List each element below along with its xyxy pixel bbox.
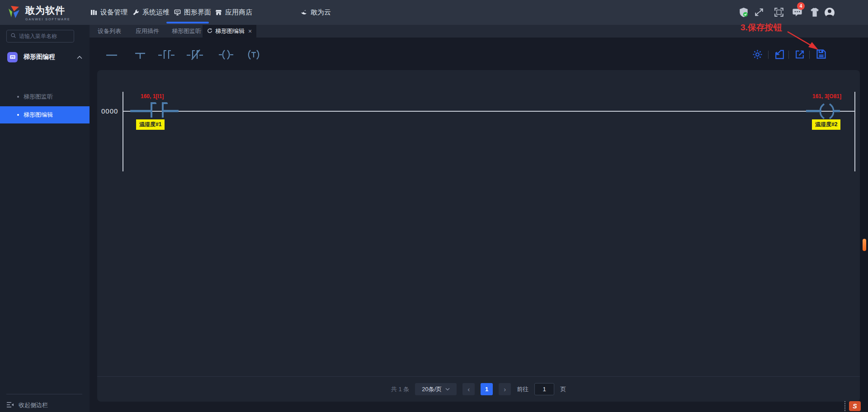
search-icon	[10, 32, 16, 40]
page-size-select[interactable]: 20条/页	[415, 383, 457, 395]
security-shield-icon[interactable]	[738, 7, 749, 18]
theme-shirt-icon[interactable]	[809, 7, 820, 18]
refresh-icon[interactable]	[207, 28, 212, 35]
sidebar-divider	[6, 394, 82, 394]
goto-page-input[interactable]	[534, 383, 554, 395]
coil-address-label: 161, 3[O81]	[812, 93, 841, 99]
scrollbar-thumb[interactable]	[863, 239, 866, 251]
sidebar-group-label: 梯形图编程	[24, 53, 55, 61]
user-avatar-icon[interactable]	[824, 7, 835, 18]
sidebar-group-ladder-programming[interactable]: 梯形图编程	[0, 47, 90, 66]
tool-contact-no-icon[interactable]	[157, 48, 175, 62]
coil-tag-label: 温湿度#2	[812, 119, 840, 130]
contact-right-lead	[164, 110, 179, 112]
coil-right-lead	[833, 110, 840, 112]
next-page-button[interactable]: ›	[499, 383, 511, 395]
contact-bar	[151, 102, 152, 118]
chevron-down-icon	[445, 388, 450, 391]
search-input[interactable]	[19, 33, 70, 39]
goto-label: 前往	[517, 385, 528, 393]
tab-close-icon[interactable]: ×	[248, 28, 252, 35]
tool-horizontal-line-icon[interactable]	[105, 48, 118, 62]
top-navbar: 敢为软件 GANWEI SOFTWARE 设备管理 系统运维 图形界面	[0, 0, 868, 25]
collapse-sidebar-label: 收起侧边栏	[19, 401, 48, 409]
current-page-button[interactable]: 1	[481, 383, 493, 395]
frame-screenshot-icon[interactable]	[774, 7, 785, 18]
chevron-up-icon[interactable]	[77, 53, 82, 61]
sidebar-item-label: 梯形图编辑	[24, 111, 53, 119]
tab-label: 梯形图编辑	[215, 27, 245, 35]
annotation-arrow	[782, 28, 823, 55]
browser-extension-widget[interactable]: S	[844, 400, 861, 412]
tab-app-plugins[interactable]: 应用插件	[131, 25, 164, 38]
tab-label: 设备列表	[98, 27, 121, 35]
ladder-module-icon	[7, 52, 18, 62]
prev-page-button[interactable]: ‹	[462, 383, 475, 395]
sidebar-item-ladder-monitor[interactable]: 梯形图监听	[0, 88, 90, 105]
brand-logo: 敢为软件 GANWEI SOFTWARE	[7, 4, 71, 21]
message-count-badge: 4	[797, 2, 805, 10]
collapse-sidebar-button[interactable]: 收起侧边栏	[6, 399, 48, 412]
right-power-rail	[854, 92, 855, 171]
cloud-bird-icon	[301, 9, 307, 16]
tab-device-list[interactable]: 设备列表	[93, 25, 126, 38]
tab-ladder-monitor[interactable]: 梯形图监听	[167, 25, 206, 38]
coil-parentheses	[820, 103, 834, 119]
nav-item-system-ops[interactable]: 系统运维	[132, 0, 170, 25]
nav-item-label: 敢为云	[311, 8, 331, 17]
device-grid-icon	[90, 9, 97, 16]
nav-item-label: 图形界面	[184, 8, 211, 17]
bullet-dot-icon	[17, 114, 19, 116]
nav-item-app-store[interactable]: 应用商店	[215, 0, 252, 25]
contact-left-lead	[130, 110, 151, 112]
total-count-label: 共 1 条	[391, 385, 409, 393]
rung-number: 0000	[101, 107, 118, 115]
pagination-bar: 共 1 条 20条/页 ‹ 1 › 前往 页	[97, 377, 860, 402]
drag-handle-icon[interactable]	[844, 401, 847, 411]
tab-label: 应用插件	[136, 27, 159, 35]
fullscreen-expand-icon[interactable]	[754, 7, 765, 18]
logo-icon	[7, 5, 21, 20]
nav-item-device-management[interactable]: 设备管理	[90, 0, 127, 25]
page-size-value: 20条/页	[422, 385, 442, 393]
annotation-save-button-label: 3.保存按钮	[741, 22, 782, 33]
sidebar-item-ladder-editor[interactable]: 梯形图编辑	[0, 106, 90, 123]
tab-label: 梯形图监听	[172, 27, 201, 35]
brand-title: 敢为软件	[25, 4, 71, 17]
wrench-icon	[132, 9, 139, 16]
menu-search-box[interactable]	[6, 30, 74, 43]
brand-subtitle: GANWEI SOFTWARE	[25, 18, 71, 21]
nav-item-label: 系统运维	[142, 8, 170, 17]
contact-address-label: 160, 1[I1]	[141, 93, 164, 99]
tool-vertical-branch-icon[interactable]	[133, 48, 147, 62]
sidebar-item-label: 梯形图监听	[24, 93, 53, 101]
nav-item-graphic-interface[interactable]: 图形界面	[174, 0, 211, 25]
nav-item-label: 应用商店	[225, 8, 252, 17]
coil-left-lead	[806, 110, 821, 112]
nav-item-ganwei-cloud[interactable]: 敢为云	[301, 0, 331, 25]
ladder-canvas[interactable]	[97, 70, 860, 402]
store-icon	[215, 9, 222, 16]
nav-item-label: 设备管理	[100, 8, 127, 17]
settings-gear-icon[interactable]	[752, 49, 764, 61]
contact-bar-cap	[151, 102, 156, 104]
bullet-dot-icon	[17, 96, 19, 98]
toolbar-divider	[768, 51, 769, 59]
page-unit-label: 页	[560, 385, 566, 393]
rung-wire	[123, 111, 855, 112]
app-window: 敢为软件 GANWEI SOFTWARE 设备管理 系统运维 图形界面	[0, 0, 868, 412]
tool-timer-icon[interactable]	[245, 48, 262, 62]
contact-bar-cap	[162, 102, 168, 104]
left-power-rail	[123, 92, 123, 171]
left-sidebar: 梯形图编程 梯形图监听 梯形图编辑 收起侧边栏	[0, 25, 90, 412]
tab-ladder-editor[interactable]: 梯形图编辑 ×	[203, 25, 256, 38]
scrollbar-track[interactable]	[860, 25, 868, 412]
active-nav-underline	[166, 22, 209, 24]
contact-tag-label: 温湿度#1	[136, 119, 165, 130]
s-extension-icon[interactable]: S	[849, 401, 861, 411]
tool-contact-nc-icon[interactable]	[186, 48, 204, 62]
tool-coil-icon[interactable]	[218, 48, 234, 62]
monitor-icon	[174, 9, 181, 16]
collapse-sidebar-icon	[6, 402, 14, 409]
